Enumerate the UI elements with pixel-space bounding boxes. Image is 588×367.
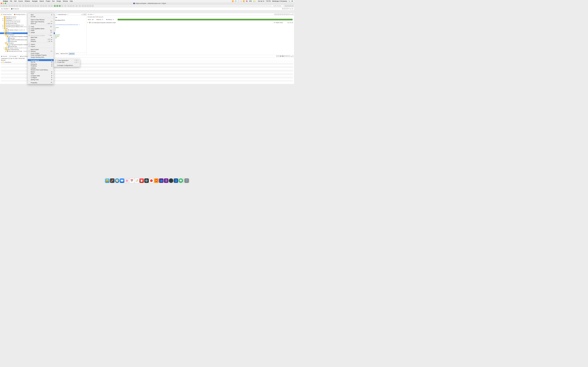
menu-source[interactable]: Source [18,0,23,2]
toggle-mark-icon[interactable] [14,5,16,7]
submenu-item--java-application[interactable]: 1 Java Application⌥⇧E J [54,59,80,61]
menu-help[interactable]: Help [70,0,73,2]
linked-icon[interactable] [287,55,289,57]
editor-tab-pom[interactable]: 📄 unittestdemo/po ✕ [55,13,69,16]
menu-item-team[interactable]: Team▶ [28,73,54,75]
minimize-editor-icon[interactable] [83,14,85,15]
view-icon-1[interactable] [282,8,284,9]
menu-project[interactable]: Project [46,0,50,2]
menu-item-properties[interactable]: Properties⌘I [28,82,54,83]
hierarchy-tab[interactable]: rarchy [55,53,60,55]
relaunch2-icon[interactable] [51,5,53,7]
fastforward-icon[interactable]: ⏩ [232,0,233,2]
lastedit-icon[interactable] [87,5,89,7]
forward-icon[interactable] [92,5,94,7]
compare-icon[interactable] [287,22,289,23]
quick-access-input[interactable]: Quick Access [271,5,283,7]
menu-item-configure[interactable]: Configure▶ [28,77,54,79]
menu-item-paste[interactable]: Paste⌘V [28,30,54,32]
droptocol-icon[interactable] [40,5,42,7]
history-icon[interactable] [287,14,289,15]
menu-item-copy-qualified-name[interactable]: Copy Qualified Name [28,27,54,30]
stepreturn-icon[interactable] [37,5,39,7]
reminders-icon[interactable]: 📋 [139,178,144,183]
menu-item-delete[interactable]: Delete⌦ [28,31,54,33]
perspective-java-icon[interactable] [285,5,287,7]
notes-icon[interactable]: 📝 [135,178,139,183]
removeall-icon[interactable]: ✕✕ [282,55,283,57]
airplay-icon[interactable]: ▢ [235,0,236,2]
minimize-view-icon[interactable]: ▭ [291,14,292,15]
menu-item-restore-from-local-history-[interactable]: Restore from Local History... [28,69,54,71]
calendar-icon[interactable]: 📅 [130,178,134,183]
mail-icon[interactable]: ✉️ [120,178,124,183]
submenu-item-coverage-configurations-[interactable]: Coverage Configurations... [54,64,80,67]
relaunch-icon[interactable] [48,5,50,7]
console-tab[interactable]: ▣ Console [0,55,8,57]
menu-item-open-in-new-window[interactable]: Open in New Window [28,19,54,21]
view-icon-3[interactable] [286,8,288,9]
menu-search[interactable]: Search [39,0,44,2]
photos-icon[interactable]: 🌸 [125,178,129,183]
minimize-view-icon[interactable]: ▭ [291,55,292,57]
effective-pom-tab[interactable]: Effective POM [60,53,69,55]
dump-icon[interactable] [278,55,279,57]
submenu-item--junit-test[interactable]: 2 JUnit Test⌥⇧E T [54,61,80,63]
perspective-spring-icon[interactable] [289,5,291,7]
menu-icon[interactable]: ☰ [292,0,293,2]
newpackage-icon[interactable] [68,5,69,7]
nextann-icon[interactable] [82,5,84,7]
menu-edit[interactable]: Edit [14,0,17,2]
maximize-window-button[interactable] [5,3,6,4]
filter2-icon[interactable] [292,22,293,23]
menu-item-close-unrelated-projects[interactable]: Close Unrelated Projects [28,54,54,56]
app-menu[interactable]: Eclipse [3,0,8,2]
variables-tab[interactable]: (x)= Variables ✕ [1,8,10,9]
coverage-tab[interactable]: 📊 Coverage ✕ [8,55,19,57]
usestepfilters-icon[interactable] [43,5,44,7]
debug-dropdown-icon[interactable] [54,5,56,7]
more-tabs-icon[interactable]: »₂ [81,14,82,15]
menu-item-refresh[interactable]: RefreshF5 [28,50,54,52]
teams-icon[interactable]: 👥 [159,178,164,183]
menu-navigate[interactable]: Navigate [32,0,38,2]
skip-breakpoints-icon[interactable] [9,5,11,7]
remove-icon[interactable]: ✕ [280,55,281,57]
chrome-icon[interactable]: 🔴 [149,178,154,183]
filter-icon[interactable] [290,22,291,23]
launchpad-icon[interactable]: 🚀 [110,178,114,183]
eclipse-app-icon[interactable]: 🌑 [169,178,173,183]
minimize-view-icon[interactable]: ▭ [290,8,291,9]
scroll-lock-icon[interactable] [280,14,281,15]
menu-item-run-as[interactable]: Run As▶ [28,61,54,63]
menu-item-import-[interactable]: Import... [28,43,54,45]
maximize-view-icon[interactable]: ▢ [292,55,293,57]
project-explorer-tab[interactable]: 📂 Project Explorer [0,13,13,16]
newfolder-icon[interactable] [70,5,72,7]
menu-item-show-in[interactable]: Show In⌥⌘W▶ [28,23,54,25]
maximize-view-icon[interactable]: ▢ [292,14,293,15]
rerun-icon[interactable] [282,14,283,15]
openfile-icon[interactable] [72,5,74,7]
finder-icon[interactable]: 😀 [105,178,110,183]
perspective-debug-icon[interactable] [287,5,289,7]
menu-item-build-path[interactable]: Build Path▶ [28,36,54,39]
run-dropdown-icon[interactable] [56,5,58,7]
menu-refactor[interactable]: Refactor [25,0,30,2]
menu-item-profile-as[interactable]: Profile As▶ [28,65,54,67]
menu-file[interactable]: File [10,0,12,2]
trash-icon[interactable]: 🗑️ [184,178,189,183]
next-fail-icon[interactable] [274,14,276,15]
menu-item-export-[interactable]: Export... [28,45,54,47]
opentype-icon[interactable] [76,5,78,7]
maximize-editor-icon[interactable] [85,14,86,15]
sysprefs-icon[interactable]: ⚙️ [144,178,149,183]
close-icon[interactable]: ✕ [17,55,18,57]
postman-icon[interactable]: 📮 [154,178,159,183]
menu-item-go-into[interactable]: Go Into [28,16,54,18]
maximize-view-icon[interactable]: ▢ [292,8,293,9]
clock-icon[interactable]: 🕐 [238,0,239,2]
perspective-other-icon[interactable] [292,5,293,7]
close-window-button[interactable] [1,3,2,4]
menu-item-maven[interactable]: Maven▶ [28,71,54,73]
